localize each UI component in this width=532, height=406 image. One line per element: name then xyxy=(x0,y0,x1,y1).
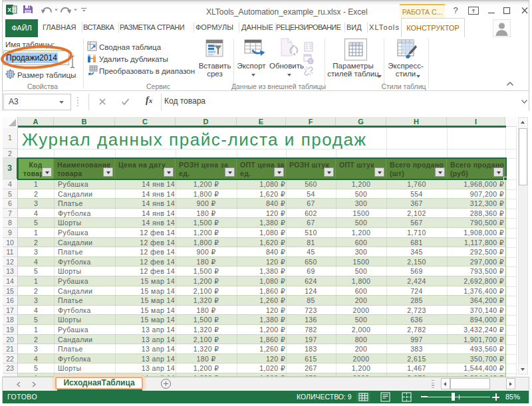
svg-text:X: X xyxy=(7,7,11,13)
